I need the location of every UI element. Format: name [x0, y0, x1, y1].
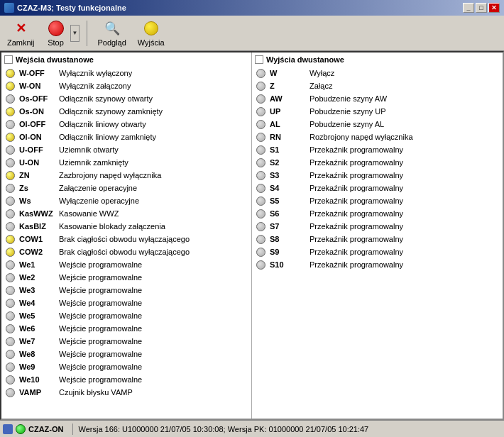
list-item[interactable]: W-ONWyłącznik załączony: [4, 79, 248, 92]
list-item[interactable]: S10Przekaźnik programowalny: [255, 258, 500, 271]
io-signal-desc: Kasowanie WWZ: [59, 209, 119, 218]
list-item[interactable]: S8Przekaźnik programowalny: [255, 233, 500, 245]
list-item[interactable]: Ol-ONOdłącznik liniowy zamknięty: [4, 131, 248, 143]
list-item[interactable]: We5Wejście programowalne: [4, 309, 248, 322]
list-item[interactable]: Os-ONOdłącznik szynowy zamknięty: [4, 105, 248, 118]
list-item[interactable]: W-OFFWyłącznik wyłączony: [4, 67, 248, 79]
io-signal-desc: Przekaźnik programowalny: [309, 171, 403, 179]
zamknij-button[interactable]: ✕ Zamknij: [4, 18, 38, 48]
io-signal-name: We4: [19, 299, 55, 307]
podglad-label: Podgląd: [97, 38, 126, 47]
list-item[interactable]: UPPobudzenie szyny UP: [255, 105, 500, 118]
io-signal-name: Os-OFF: [19, 94, 55, 103]
list-item[interactable]: S5Przekaźnik programowalny: [255, 194, 500, 207]
led-indicator: [6, 299, 15, 308]
led-indicator: [256, 120, 265, 129]
io-signal-desc: Wejście programowalne: [59, 375, 142, 384]
list-item[interactable]: S9Przekaźnik programowalny: [255, 245, 500, 258]
led-indicator: [256, 197, 265, 206]
io-signal-name: S1: [270, 145, 305, 154]
io-signal-name: We1: [19, 260, 55, 269]
list-item[interactable]: S7Przekaźnik programowalny: [255, 220, 500, 233]
io-signal-desc: Pobudzenie szyny AW: [309, 94, 387, 103]
io-signal-name: W-ON: [19, 82, 55, 90]
list-item[interactable]: Ol-OFFOdłącznik liniowy otwarty: [4, 118, 248, 131]
io-signal-desc: Przekaźnik programowalny: [309, 260, 403, 269]
io-signal-name: S4: [270, 184, 305, 192]
list-item[interactable]: WsWyłączenie operacyjne: [4, 194, 248, 207]
list-item[interactable]: U-ONUziemnik zamknięty: [4, 156, 248, 169]
led-indicator: [256, 82, 265, 91]
io-signal-desc: Wyłącznik wyłączony: [59, 69, 132, 77]
list-item[interactable]: ZZałącz: [255, 79, 500, 92]
left-panel-checkbox[interactable]: [4, 55, 13, 64]
io-signal-desc: Odłącznik szynowy zamknięty: [59, 107, 163, 116]
io-signal-desc: Wejście programowalne: [59, 299, 142, 307]
list-item[interactable]: S1Przekaźnik programowalny: [255, 143, 500, 156]
zamknij-label: Zamknij: [7, 38, 35, 47]
list-item[interactable]: KasWWZKasowanie WWZ: [4, 207, 248, 220]
list-item[interactable]: S2Przekaźnik programowalny: [255, 156, 500, 169]
io-signal-name: AW: [270, 94, 305, 103]
maximize-button[interactable]: □: [476, 3, 487, 13]
right-panel-checkbox[interactable]: [255, 55, 263, 64]
io-signal-desc: Wyłączenie operacyjne: [59, 197, 139, 205]
list-item[interactable]: VAMPCzujnik błysku VAMP: [4, 386, 248, 399]
list-item[interactable]: We1Wejście programowalne: [4, 258, 248, 271]
list-item[interactable]: ZNZazbrojony napęd wyłącznika: [4, 169, 248, 182]
led-indicator: [6, 222, 15, 231]
podglad-button[interactable]: 🔍 Podgląd: [94, 18, 128, 48]
led-indicator: [6, 209, 15, 218]
list-item[interactable]: ZsZałączenie operacyjne: [4, 182, 248, 194]
list-item[interactable]: S4Przekaźnik programowalny: [255, 182, 500, 194]
wyjscia-button[interactable]: Wyjścia: [135, 18, 168, 48]
list-item[interactable]: We4Wejście programowalne: [4, 297, 248, 309]
close-window-button[interactable]: ✕: [488, 3, 500, 13]
io-signal-desc: Czujnik błysku VAMP: [59, 388, 133, 397]
right-panel-header: Wyjścia dwustanowe: [255, 55, 500, 64]
list-item[interactable]: COW2Brak ciągłości obwodu wyłączającego: [4, 245, 248, 258]
led-indicator: [6, 171, 15, 180]
list-item[interactable]: We3Wejście programowalne: [4, 284, 248, 297]
list-item[interactable]: U-OFFUziemnik otwarty: [4, 143, 248, 156]
stop-dropdown-arrow[interactable]: ▼: [70, 25, 80, 42]
list-item[interactable]: AWPobudzenie szyny AW: [255, 92, 500, 105]
list-item[interactable]: We8Wejście programowalne: [4, 348, 248, 360]
led-indicator: [6, 311, 15, 321]
list-item[interactable]: ALPobudzenie szyny AL: [255, 118, 500, 131]
io-signal-name: COW2: [19, 248, 55, 256]
io-signal-desc: Odłącznik liniowy otwarty: [59, 120, 146, 128]
io-signal-name: S3: [270, 171, 305, 179]
led-indicator: [6, 350, 15, 359]
io-signal-desc: Wejście programowalne: [59, 363, 142, 371]
list-item[interactable]: RNRozbrojony napęd wyłącznika: [255, 131, 500, 143]
io-signal-name: S6: [270, 209, 305, 218]
list-item[interactable]: S6Przekaźnik programowalny: [255, 207, 500, 220]
led-indicator: [6, 120, 15, 129]
io-signal-name: Ol-OFF: [19, 120, 55, 128]
io-signal-desc: Załączenie operacyjne: [59, 184, 137, 192]
list-item[interactable]: S3Przekaźnik programowalny: [255, 169, 500, 182]
io-signal-desc: Wejście programowalne: [59, 260, 142, 269]
title-bar: CZAZ-M3; Testy funkcjonalne _ □ ✕: [0, 0, 504, 16]
io-signal-name: KasBlZ: [19, 222, 55, 231]
list-item[interactable]: We7Wejście programowalne: [4, 335, 248, 348]
left-panel-rows: W-OFFWyłącznik wyłączonyW-ONWyłącznik za…: [4, 67, 248, 399]
list-item[interactable]: KasBlZKasowanie blokady załączenia: [4, 220, 248, 233]
list-item[interactable]: We6Wejście programowalne: [4, 322, 248, 335]
io-signal-name: Z: [270, 82, 305, 90]
list-item[interactable]: Os-OFFOdłącznik szynowy otwarty: [4, 92, 248, 105]
list-item[interactable]: WWyłącz: [255, 67, 500, 79]
list-item[interactable]: We9Wejście programowalne: [4, 360, 248, 373]
led-indicator: [6, 107, 15, 116]
io-signal-desc: Wyłącznik załączony: [59, 82, 131, 90]
list-item[interactable]: We2Wejście programowalne: [4, 271, 248, 284]
led-indicator: [6, 388, 15, 397]
list-item[interactable]: COW1Brak ciągłości obwodu wyłączającego: [4, 233, 248, 245]
list-item[interactable]: We10Wejście programowalne: [4, 373, 248, 386]
io-signal-desc: Odłącznik szynowy otwarty: [59, 94, 153, 103]
stop-button[interactable]: Stop: [43, 18, 69, 48]
stop-label: Stop: [48, 38, 64, 47]
io-signal-desc: Kasowanie blokady załączenia: [59, 222, 165, 231]
minimize-button[interactable]: _: [463, 3, 474, 13]
